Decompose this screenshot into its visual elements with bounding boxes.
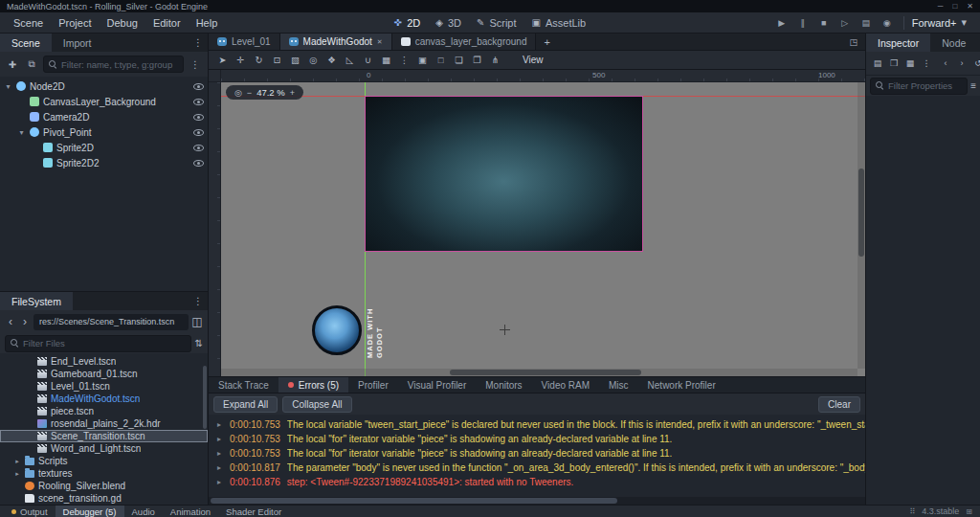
scale-tool-icon[interactable] xyxy=(269,53,285,68)
error-row[interactable]: 0:00:10.753 The local "for" iterator var… xyxy=(209,432,865,446)
error-row[interactable]: 0:00:10.753 The local variable "tween_st… xyxy=(209,417,865,432)
smart-snap-icon[interactable] xyxy=(360,53,376,68)
dock-tab-filesystem[interactable]: FileSystem xyxy=(0,292,73,310)
new-resource-icon[interactable] xyxy=(871,56,884,70)
instance-scene-icon[interactable] xyxy=(24,56,39,72)
window-maximize-icon[interactable] xyxy=(952,2,957,11)
unlock-object-icon[interactable] xyxy=(433,53,449,68)
error-row[interactable]: 0:00:10.817 The parameter "body" is neve… xyxy=(209,461,865,475)
movie-maker-icon[interactable] xyxy=(880,16,894,30)
dock-menu-icon[interactable] xyxy=(188,56,203,72)
snap-options-icon[interactable] xyxy=(396,53,412,68)
bottom-panel-tab[interactable]: Audio xyxy=(124,506,163,517)
error-expand-icon[interactable] xyxy=(215,478,223,486)
save-resource-icon[interactable] xyxy=(903,56,917,70)
scene-tab[interactable]: MadeWithGodot xyxy=(280,34,392,50)
tree-expand-icon[interactable]: ▾ xyxy=(17,128,26,137)
history-forward-icon[interactable] xyxy=(955,56,969,70)
nav-back-icon[interactable] xyxy=(5,315,16,328)
debugger-tab[interactable]: Profiler xyxy=(348,377,398,393)
error-expand-icon[interactable] xyxy=(215,449,223,458)
error-expand-icon[interactable] xyxy=(215,435,223,443)
ungroup-object-icon[interactable] xyxy=(469,53,485,68)
split-view-icon[interactable] xyxy=(191,315,203,328)
filter-properties-input[interactable] xyxy=(888,80,962,91)
visibility-eye-icon[interactable] xyxy=(193,160,204,167)
pivot-tool-icon[interactable] xyxy=(305,53,322,68)
scrollbar-thumb[interactable] xyxy=(203,366,207,429)
add-node-icon[interactable] xyxy=(5,56,20,72)
workspace-tab[interactable]: 2D xyxy=(394,17,420,29)
scrollbar-thumb[interactable] xyxy=(211,498,617,504)
file-row[interactable]: rosendal_plains_2_2k.hdr xyxy=(0,417,208,430)
scene-tree-node[interactable]: Sprite2D xyxy=(0,140,208,155)
dock-menu-icon[interactable] xyxy=(189,34,208,52)
zoom-out-icon[interactable] xyxy=(247,88,252,98)
file-row[interactable]: ▸ Scripts xyxy=(0,455,208,467)
scene-tree-node[interactable]: Sprite2D2 xyxy=(0,155,208,170)
expand-all-button[interactable]: Expand All xyxy=(213,396,278,413)
zoom-reset-icon[interactable] xyxy=(234,88,242,98)
scene-tree-node[interactable]: CanvasLayer_Background xyxy=(0,94,208,109)
file-filter-input[interactable] xyxy=(23,338,186,348)
scene-tree-node[interactable]: ▾ Node2D xyxy=(0,79,208,94)
file-row[interactable]: scene_transition.gd xyxy=(0,492,208,505)
window-minimize-icon[interactable] xyxy=(938,2,944,11)
rotate-tool-icon[interactable] xyxy=(251,53,267,68)
scene-tab[interactable]: canvas_layer_background xyxy=(392,34,537,50)
expand-viewport-icon[interactable] xyxy=(841,34,865,50)
menu-item[interactable]: Help xyxy=(189,15,226,31)
ruler-tool-icon[interactable] xyxy=(342,53,358,68)
view-menu-button[interactable]: View xyxy=(515,54,551,66)
error-expand-icon[interactable] xyxy=(215,420,223,429)
object-history-icon[interactable] xyxy=(971,56,980,70)
canvas-horizontal-scrollbar[interactable] xyxy=(221,369,858,376)
debugger-tab[interactable]: Monitors xyxy=(476,377,531,393)
scene-tree-node[interactable]: Camera2D xyxy=(0,109,208,124)
clear-button[interactable]: Clear xyxy=(818,396,860,413)
zoom-level[interactable]: 47.2 % xyxy=(256,87,285,98)
bottom-panel-tab[interactable]: Animation xyxy=(163,506,218,517)
bottom-panel-tab[interactable]: Shader Editor xyxy=(218,506,289,517)
play-icon[interactable] xyxy=(775,16,789,30)
visibility-eye-icon[interactable] xyxy=(193,83,204,90)
file-row[interactable]: Level_01.tscn xyxy=(0,380,208,393)
window-close-icon[interactable] xyxy=(967,2,973,11)
debugger-tab[interactable]: Stack Trace xyxy=(209,377,278,393)
titlebar[interactable]: MadeWithGodot.tscn - Rolling_Silver - Go… xyxy=(0,0,980,12)
canvas-vertical-scrollbar[interactable] xyxy=(858,82,865,369)
menu-item[interactable]: Editor xyxy=(145,15,189,31)
dock-tab[interactable]: Inspector xyxy=(866,34,930,52)
bottom-panel-tab[interactable]: Debugger (5) xyxy=(56,506,124,517)
bottom-panel-tab[interactable]: Output xyxy=(4,506,56,517)
debugger-tab[interactable]: Video RAM xyxy=(532,377,599,393)
renderer-select[interactable]: Forward+ xyxy=(904,16,974,29)
load-resource-icon[interactable] xyxy=(887,56,901,70)
scene-filter-input[interactable] xyxy=(61,59,178,70)
new-scene-tab-icon[interactable] xyxy=(536,34,557,50)
visibility-eye-icon[interactable] xyxy=(193,114,204,121)
error-row[interactable]: 0:00:10.876 step: <Tween#-92233719892410… xyxy=(209,475,865,489)
filter-options-icon[interactable] xyxy=(970,80,976,91)
file-row[interactable]: MadeWithGodot.tscn xyxy=(0,393,208,405)
stop-icon[interactable] xyxy=(817,16,831,30)
godot-logo-sprite[interactable]: MADE WITH GODOT xyxy=(312,303,385,358)
file-row[interactable]: Rooling_Silver.blend xyxy=(0,480,208,492)
debugger-scrollbar[interactable] xyxy=(209,497,865,505)
menu-item[interactable]: Project xyxy=(51,15,99,31)
visibility-eye-icon[interactable] xyxy=(193,129,204,136)
play-scene-icon[interactable] xyxy=(838,16,852,30)
dock-tab[interactable]: Scene xyxy=(0,34,52,52)
pan-tool-icon[interactable] xyxy=(323,53,340,68)
error-expand-icon[interactable] xyxy=(215,463,223,472)
dock-tab[interactable]: Node xyxy=(930,34,977,52)
lock-object-icon[interactable] xyxy=(414,53,431,68)
file-row[interactable]: Scene_Transition.tscn xyxy=(0,430,208,442)
group-object-icon[interactable] xyxy=(451,53,467,68)
filesystem-scrollbar[interactable] xyxy=(202,353,208,505)
collapse-all-button[interactable]: Collapse All xyxy=(282,396,351,413)
scrollbar-thumb[interactable] xyxy=(858,169,864,257)
scene-tree-node[interactable]: ▾ Pivot_Point xyxy=(0,124,208,140)
file-row[interactable]: Gameboard_01.tscn xyxy=(0,368,208,380)
scrollbar-thumb[interactable] xyxy=(450,370,641,375)
